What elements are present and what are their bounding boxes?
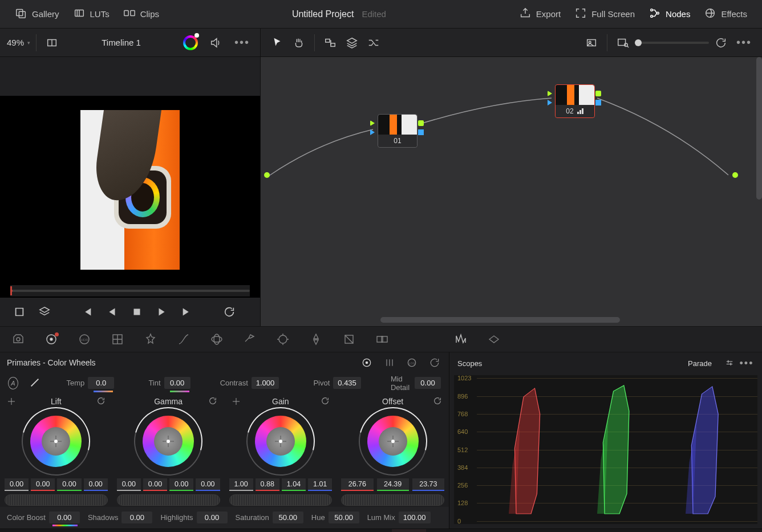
magic-mask-tab[interactable] [341, 331, 357, 347]
shadows-field[interactable]: Shadows 0.00 [88, 511, 152, 523]
clip-flags-button[interactable] [13, 305, 26, 319]
output-port[interactable] [732, 172, 738, 178]
gamma-jog[interactable] [117, 494, 220, 506]
lift-wheel[interactable] [25, 410, 87, 473]
scope-settings-button[interactable] [722, 356, 737, 371]
prev-clip-button[interactable] [80, 305, 94, 319]
camera-raw-tab[interactable] [10, 331, 26, 347]
node-add-layer-button[interactable] [342, 33, 362, 52]
info-tab[interactable] [486, 331, 502, 347]
viewer-options-menu[interactable]: ••• [231, 34, 253, 51]
play-reverse-button[interactable] [105, 305, 119, 319]
gamma-reset[interactable] [208, 396, 217, 407]
node-01-rgb-out[interactable] [418, 120, 424, 126]
viewer-zoom-select[interactable]: 49% [7, 34, 37, 51]
highlights-field[interactable]: Highlights 0.00 [160, 511, 227, 523]
offset-wheel[interactable] [362, 410, 424, 473]
gain-jog[interactable] [229, 494, 333, 506]
lift-values[interactable]: 0.00 0.00 0.00 0.00 [5, 478, 108, 491]
scope-type-select[interactable]: Parade [688, 359, 712, 368]
auto-color-button[interactable] [181, 33, 200, 52]
gain-picker[interactable] [232, 397, 241, 406]
offset-reset[interactable] [433, 396, 442, 407]
saturation-field[interactable]: Saturation 50.00 [236, 511, 303, 523]
node-01-key-in[interactable] [370, 129, 375, 135]
middetail-field[interactable]: Mid Detail 0.00 [391, 375, 441, 392]
lift-jog[interactable] [5, 494, 108, 506]
color-wheels-tab[interactable] [43, 331, 59, 347]
gamma-values[interactable]: 0.00 0.00 0.00 0.00 [117, 478, 220, 491]
motion-effects-tab[interactable] [143, 331, 159, 347]
effects-toggle[interactable]: Effects [699, 3, 752, 25]
hue-field[interactable]: Hue 50.00 [311, 511, 359, 523]
auto-balance-button[interactable]: A [8, 377, 18, 389]
luts-toggle[interactable]: LUTs [68, 3, 114, 25]
node-02-key-in[interactable] [548, 100, 552, 105]
pick-white-button[interactable] [29, 376, 39, 390]
viewer-scrubber[interactable] [10, 285, 250, 297]
qualifier-tab[interactable] [242, 331, 258, 347]
offset-values[interactable]: 26.76 24.39 23.73 [341, 478, 444, 491]
stop-button[interactable] [130, 305, 144, 319]
color-node-01[interactable]: 01 [378, 114, 418, 148]
nodes-toggle[interactable]: Nodes [644, 3, 695, 25]
pan-tool[interactable] [289, 33, 309, 52]
node-zoom-slider[interactable] [635, 42, 709, 44]
scope-options-menu[interactable]: ••• [739, 356, 754, 371]
lummix-field[interactable]: Lum Mix 100.00 [367, 511, 431, 523]
colorboost-field[interactable]: Color Boost 0.00 [7, 511, 80, 523]
node-reset-zoom-button[interactable] [711, 33, 731, 52]
source-port[interactable] [264, 172, 270, 178]
viewer-canvas[interactable] [0, 96, 260, 284]
node-zoom-button[interactable] [613, 33, 633, 52]
window-tab[interactable] [275, 331, 291, 347]
node-h-scrollbar[interactable] [380, 317, 620, 323]
timeline-name[interactable]: Timeline 1 [67, 38, 175, 47]
curves-tab[interactable] [176, 331, 192, 347]
node-editor[interactable]: 01 02 [261, 57, 762, 326]
gamma-wheel[interactable] [137, 410, 200, 473]
play-button[interactable] [155, 305, 169, 319]
clips-toggle[interactable]: Clips [119, 3, 164, 25]
tracking-tab[interactable] [308, 331, 324, 347]
loop-button[interactable] [222, 305, 236, 319]
gallery-toggle[interactable]: Gallery [10, 3, 64, 25]
next-clip-button[interactable] [180, 305, 194, 319]
pivot-field[interactable]: Pivot 0.435 [313, 377, 360, 389]
log-mode-button[interactable]: LOG [404, 355, 419, 370]
lift-picker[interactable] [7, 397, 16, 406]
tint-field[interactable]: Tint 0.00 [148, 377, 190, 389]
contrast-field[interactable]: Contrast 1.000 [220, 377, 279, 389]
bars-mode-button[interactable] [382, 355, 397, 370]
primaries-reset-button[interactable] [427, 355, 442, 370]
fullscreen-button[interactable]: Full Screen [570, 3, 639, 25]
node-shuffle-button[interactable] [364, 33, 383, 52]
warper-tab[interactable] [209, 331, 225, 347]
offset-jog[interactable] [341, 494, 444, 506]
unmix-button[interactable] [38, 305, 51, 319]
lift-reset[interactable] [96, 396, 106, 407]
node-02-key-out[interactable] [595, 100, 601, 105]
waveform-tab[interactable] [453, 331, 469, 347]
node-add-serial-button[interactable] [321, 33, 340, 52]
node-01-key-out[interactable] [418, 129, 424, 135]
rgb-mixer-tab[interactable] [110, 331, 125, 347]
gain-reset[interactable] [321, 396, 330, 407]
image-wipe-button[interactable] [42, 33, 62, 52]
node-01-rgb-in[interactable] [370, 120, 375, 126]
gain-wheel[interactable] [249, 410, 312, 473]
node-v-scrollbar[interactable] [756, 57, 762, 200]
node-options-menu[interactable]: ••• [733, 34, 755, 51]
key-tab[interactable] [374, 331, 390, 347]
wheels-mode-button[interactable] [359, 355, 374, 370]
node-02-rgb-out[interactable] [595, 91, 601, 96]
export-button[interactable]: Export [514, 3, 565, 25]
color-node-02[interactable]: 02 [555, 84, 595, 118]
temp-field[interactable]: Temp 0.0 [67, 377, 115, 389]
node-02-rgb-in[interactable] [548, 91, 552, 96]
mute-button[interactable] [206, 33, 225, 52]
gain-values[interactable]: 1.00 0.88 1.04 1.01 [229, 478, 333, 491]
pointer-tool[interactable] [267, 33, 287, 52]
thumbnail-view-button[interactable] [582, 33, 601, 52]
color-page-indicator[interactable] [392, 529, 426, 533]
